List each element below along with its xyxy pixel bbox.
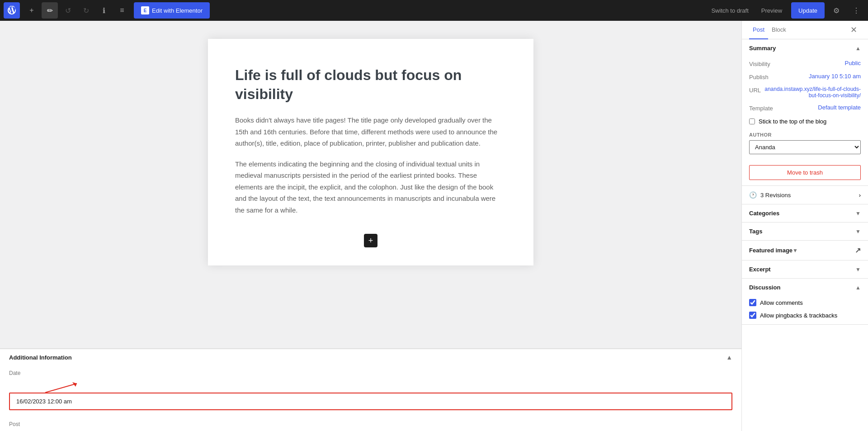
- top-bar: + ✏ ↺ ↻ ℹ ≡ E Edit with Elementor Switch…: [0, 0, 868, 21]
- undo-button[interactable]: ↺: [60, 2, 76, 19]
- sidebar-tabs: Post Block ✕: [742, 21, 868, 39]
- tags-label: Tags: [749, 228, 762, 235]
- sidebar: Post Block ✕ Summary ▲ Visibility Public…: [741, 21, 868, 431]
- discussion-header[interactable]: Discussion ▲: [742, 279, 868, 296]
- excerpt-chevron-icon: ▼: [855, 266, 861, 273]
- revisions-text: 3 Revisions: [760, 192, 791, 199]
- elementor-icon: E: [141, 6, 149, 14]
- template-row: Template Default template: [742, 101, 868, 114]
- svg-line-0: [45, 384, 77, 393]
- summary-header[interactable]: Summary ▲: [742, 39, 868, 57]
- stick-to-top-checkbox[interactable]: [749, 118, 755, 124]
- preview-button[interactable]: Preview: [756, 2, 788, 19]
- update-button[interactable]: Update: [791, 2, 825, 19]
- date-section: Date: [0, 365, 741, 417]
- add-block-inline-button[interactable]: +: [364, 234, 377, 247]
- featured-image-section: Featured image ▼ ↗: [742, 241, 868, 260]
- discussion-section: Discussion ▲ Allow comments Allow pingba…: [742, 279, 868, 325]
- visibility-value[interactable]: Public: [845, 60, 861, 66]
- tags-section: Tags ▼: [742, 223, 868, 241]
- content-area: Life is full of clouds but focus on visi…: [0, 21, 741, 431]
- sidebar-close-button[interactable]: ✕: [847, 21, 861, 38]
- add-block-toolbar-button[interactable]: +: [24, 2, 40, 19]
- date-input-highlight: [9, 393, 732, 410]
- discussion-label: Discussion: [749, 284, 780, 291]
- excerpt-section: Excerpt ▼: [742, 260, 868, 279]
- revisions-row[interactable]: 🕐 3 Revisions ›: [742, 186, 868, 204]
- stick-to-top-label: Stick to the top of the blog: [759, 118, 826, 125]
- date-label: Date: [9, 370, 732, 376]
- categories-section: Categories ▼: [742, 204, 868, 223]
- summary-section: Summary ▲ Visibility Public Publish Janu…: [742, 39, 868, 186]
- switch-to-draft-button[interactable]: Switch to draft: [708, 2, 752, 19]
- author-select[interactable]: Ananda: [749, 140, 861, 154]
- additional-info-title: Additional Information: [9, 354, 72, 361]
- featured-image-label: Featured image: [749, 247, 793, 254]
- summary-chevron-icon: ▲: [855, 45, 861, 52]
- tags-chevron-icon: ▼: [855, 228, 861, 235]
- info-button[interactable]: ℹ: [96, 2, 112, 19]
- allow-pingbacks-label: Allow pingbacks & trackbacks: [760, 312, 837, 319]
- tab-block[interactable]: Block: [768, 21, 790, 39]
- excerpt-label: Excerpt: [749, 266, 771, 273]
- categories-header[interactable]: Categories ▼: [742, 204, 868, 222]
- allow-pingbacks-checkbox[interactable]: [749, 312, 756, 319]
- additional-info-collapse-icon: ▲: [726, 354, 732, 361]
- discussion-chevron-icon: ▲: [855, 284, 861, 291]
- post-title[interactable]: Life is full of clouds but focus on visi…: [235, 66, 506, 104]
- red-arrow-indicator: [45, 381, 90, 395]
- wp-logo: [4, 2, 20, 19]
- template-label: Template: [749, 104, 773, 112]
- author-label: AUTHOR: [749, 132, 861, 137]
- tab-post[interactable]: Post: [749, 21, 768, 39]
- allow-comments-row: Allow comments: [742, 296, 868, 309]
- more-options-button[interactable]: ⋮: [848, 2, 864, 19]
- template-value[interactable]: Default template: [818, 104, 861, 111]
- redo-button[interactable]: ↻: [78, 2, 94, 19]
- additional-info-header[interactable]: Additional Information ▲: [0, 349, 741, 365]
- post-paragraph-1: Books didn't always have title pages! Th…: [235, 114, 506, 149]
- edit-toolbar-button[interactable]: ✏: [42, 2, 58, 19]
- allow-pingbacks-row: Allow pingbacks & trackbacks: [742, 309, 868, 324]
- publish-row: Publish January 10 5:10 am: [742, 70, 868, 83]
- categories-chevron-icon: ▼: [855, 210, 861, 217]
- revisions-icon: 🕐: [749, 191, 757, 199]
- top-bar-right: Switch to draft Preview Update ⚙ ⋮: [708, 2, 864, 19]
- url-value[interactable]: ananda.instawp.xyz/life-is-full-of-cloud…: [764, 86, 861, 99]
- stick-to-top-row: Stick to the top of the blog: [742, 114, 868, 128]
- allow-comments-label: Allow comments: [760, 299, 803, 306]
- featured-image-chevron-icon: ▼: [793, 247, 798, 254]
- settings-button[interactable]: ⚙: [828, 2, 844, 19]
- tags-header[interactable]: Tags ▼: [742, 223, 868, 240]
- editor-content: Life is full of clouds but focus on visi…: [208, 39, 533, 265]
- move-to-trash-button[interactable]: Move to trash: [749, 165, 861, 180]
- publish-value[interactable]: January 10 5:10 am: [809, 73, 861, 80]
- post-label-bottom: Post: [0, 417, 741, 431]
- edit-with-elementor-button[interactable]: E Edit with Elementor: [134, 2, 210, 19]
- author-row: AUTHOR Ananda: [742, 128, 868, 160]
- visibility-row: Visibility Public: [742, 57, 868, 70]
- date-input[interactable]: [11, 394, 731, 408]
- revisions-chevron-icon: ›: [859, 192, 861, 199]
- post-body: Books didn't always have title pages! Th…: [235, 114, 506, 216]
- cursor-icon: ↗: [855, 246, 861, 255]
- summary-label: Summary: [749, 45, 776, 52]
- excerpt-header[interactable]: Excerpt ▼: [742, 260, 868, 278]
- url-label: URL: [749, 86, 761, 94]
- main-layout: Life is full of clouds but focus on visi…: [0, 21, 868, 431]
- publish-label: Publish: [749, 73, 769, 81]
- visibility-label: Visibility: [749, 60, 770, 67]
- post-paragraph-2: The elements indicating the beginning an…: [235, 158, 506, 216]
- featured-image-header[interactable]: Featured image ▼ ↗: [742, 241, 868, 260]
- allow-comments-checkbox[interactable]: [749, 299, 756, 306]
- categories-label: Categories: [749, 210, 779, 217]
- url-row: URL ananda.instawp.xyz/life-is-full-of-c…: [742, 83, 868, 101]
- list-view-button[interactable]: ≡: [114, 2, 130, 19]
